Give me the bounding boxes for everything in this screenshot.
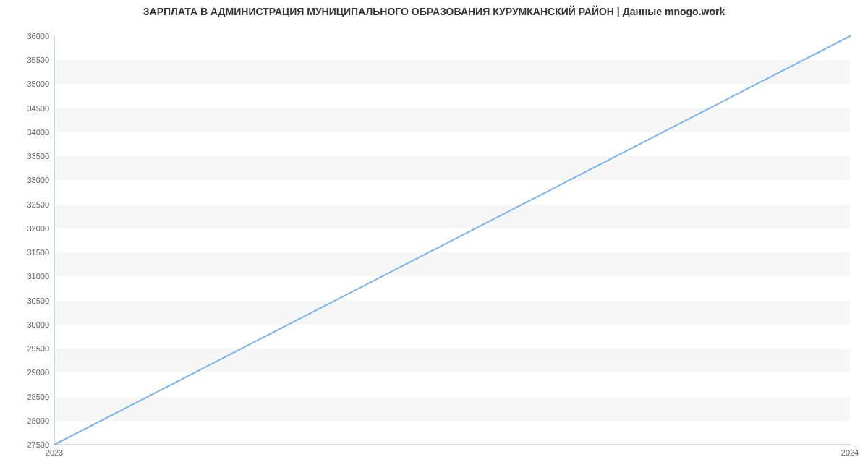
y-tick-label: 31000 [27,272,49,281]
y-tick-label: 28000 [27,416,49,425]
y-tick-label: 34500 [27,104,49,113]
y-tick-label: 35500 [27,56,49,64]
y-tick-label: 32500 [27,200,49,209]
y-tick-label: 32000 [27,224,49,233]
y-tick-label: 30000 [27,320,49,329]
line-series-layer [54,36,850,445]
plot-area [54,36,850,445]
y-tick-label: 30500 [27,296,49,305]
chart-title: ЗАРПЛАТА В АДМИНИСТРАЦИЯ МУНИЦИПАЛЬНОГО … [0,6,868,17]
y-tick-label: 34000 [27,128,49,137]
y-tick-label: 31500 [27,248,49,257]
salary-line-chart: ЗАРПЛАТА В АДМИНИСТРАЦИЯ МУНИЦИПАЛЬНОГО … [0,0,868,470]
y-tick-label: 36000 [27,32,49,40]
y-tick-label: 29000 [27,368,49,377]
x-tick-label: 2024 [841,448,859,457]
y-tick-label: 28500 [27,393,49,401]
line-series [54,36,850,445]
y-tick-label: 33000 [27,176,49,184]
x-tick-label: 2023 [46,448,63,457]
y-tick-label: 29500 [27,344,49,353]
y-tick-label: 35000 [27,80,49,88]
y-tick-label: 33500 [27,152,49,161]
